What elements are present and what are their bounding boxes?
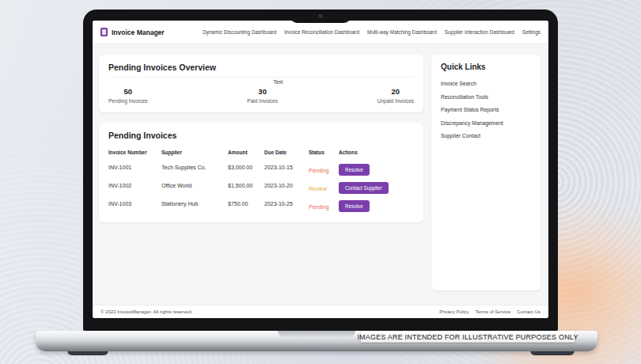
stat-label: Unpaid Invoices bbox=[377, 98, 414, 104]
column-header-actions: Actions bbox=[339, 150, 414, 155]
main-nav: Dynamic Discounting Dashboard Invoice Re… bbox=[203, 29, 540, 35]
nav-item-multi-way-matching[interactable]: Multi-way Matching Dashboard bbox=[367, 29, 437, 35]
table-header-row: Invoice Number Supplier Amount Due Date … bbox=[108, 146, 414, 158]
quick-link-reconciliation-tools[interactable]: Reconciliation Tools bbox=[441, 94, 531, 100]
footer-link-contact-us[interactable]: Contact Us bbox=[517, 309, 540, 314]
resolve-button[interactable]: Resolve bbox=[339, 200, 370, 212]
laptop-notch bbox=[290, 9, 351, 23]
status-badge: Pending bbox=[309, 204, 339, 210]
cell-invoice-number: INV-1001 bbox=[108, 165, 161, 170]
table-row: INV-1001 Tech Supplies Co. $3,000.00 202… bbox=[108, 158, 414, 176]
stat-pending-invoices: 50 Pending Invoices bbox=[108, 87, 148, 104]
resolve-button[interactable]: Resolve bbox=[339, 164, 370, 176]
cell-due-date: 2023-10-20 bbox=[264, 183, 309, 188]
actions-cell: Resolve bbox=[339, 200, 414, 212]
nav-item-supplier-interaction[interactable]: Supplier Interaction Dashboard bbox=[445, 29, 514, 35]
column-header-amount: Amount bbox=[228, 150, 264, 155]
cell-amount: $750.00 bbox=[228, 201, 264, 207]
desktop-background: Invoice Manager Dynamic Discounting Dash… bbox=[0, 0, 641, 364]
stat-label: Paid Invoices bbox=[247, 98, 278, 104]
invoices-table: Invoice Number Supplier Amount Due Date … bbox=[108, 146, 414, 213]
footer-links: Privacy Policy Terms of Service Contact … bbox=[439, 309, 540, 314]
cell-due-date: 2023-10-15 bbox=[264, 165, 309, 170]
nav-item-dynamic-discounting[interactable]: Dynamic Discounting Dashboard bbox=[203, 29, 276, 35]
invoices-card: Pending Invoices Invoice Number Supplier… bbox=[99, 123, 423, 222]
stat-unpaid-invoices: 20 Unpaid Invoices bbox=[377, 87, 414, 104]
cell-supplier: Stationery Hub bbox=[161, 201, 228, 207]
quick-links-title: Quick Links bbox=[441, 63, 531, 71]
caption-text: IMAGES ARE INTENDED FOR ILLUSTRATIVE PUR… bbox=[357, 333, 578, 341]
cell-amount: $1,500.00 bbox=[228, 183, 264, 188]
main-column: Pending Invoices Overview Text 50 Pendin… bbox=[99, 55, 423, 290]
brand-name: Invoice Manager bbox=[112, 28, 165, 36]
copyright-text: © 2023 InvoiceManager. All rights reserv… bbox=[101, 309, 192, 314]
cell-due-date: 2023-10-25 bbox=[264, 201, 309, 207]
quick-link-payment-status-reports[interactable]: Payment Status Reports bbox=[441, 107, 531, 112]
cell-supplier: Office World bbox=[161, 183, 228, 188]
status-badge: Review bbox=[309, 186, 339, 191]
invoices-title: Pending Invoices bbox=[108, 131, 414, 140]
contact-supplier-button[interactable]: Contact Supplier bbox=[339, 182, 389, 194]
app-body: Pending Invoices Overview Text 50 Pendin… bbox=[93, 44, 548, 305]
brand[interactable]: Invoice Manager bbox=[101, 28, 165, 36]
cell-invoice-number: INV-1003 bbox=[108, 201, 161, 207]
stat-paid-invoices: 30 Paid Invoices bbox=[247, 87, 278, 104]
invoice-logo-icon bbox=[101, 28, 108, 36]
column-header-due-date: Due Date bbox=[264, 150, 309, 155]
table-row: INV-1003 Stationery Hub $750.00 2023-10-… bbox=[108, 195, 414, 213]
laptop-base-scoop bbox=[278, 331, 355, 338]
cell-supplier: Tech Supplies Co. bbox=[161, 165, 228, 170]
laptop-screen-bezel: Invoice Manager Dynamic Discounting Dash… bbox=[83, 9, 558, 331]
quick-link-invoice-search[interactable]: Invoice Search bbox=[441, 81, 531, 86]
quick-link-supplier-contact[interactable]: Supplier Contact bbox=[441, 133, 531, 138]
stat-value: 20 bbox=[377, 87, 414, 96]
overview-title: Pending Invoices Overview bbox=[108, 63, 414, 78]
column-header-invoice-number: Invoice Number bbox=[108, 150, 161, 155]
column-header-supplier: Supplier bbox=[161, 150, 228, 155]
status-badge: Pending bbox=[309, 168, 339, 173]
stat-value: 30 bbox=[247, 87, 278, 96]
nav-item-settings[interactable]: Settings bbox=[522, 29, 540, 35]
app-window: Invoice Manager Dynamic Discounting Dash… bbox=[93, 21, 548, 318]
quick-link-discrepancy-management[interactable]: Discrepancy Management bbox=[441, 120, 531, 126]
stats-row: Text 50 Pending Invoices 30 Paid Invoice… bbox=[108, 87, 414, 104]
column-header-status: Status bbox=[309, 150, 339, 155]
caption-bar: IMAGES ARE INTENDED FOR ILLUSTRATIVE PUR… bbox=[361, 331, 575, 343]
camera-icon bbox=[319, 14, 323, 18]
footer-link-privacy-policy[interactable]: Privacy Policy bbox=[439, 309, 468, 314]
app-header: Invoice Manager Dynamic Discounting Dash… bbox=[93, 21, 548, 44]
overview-card: Pending Invoices Overview Text 50 Pendin… bbox=[99, 55, 423, 112]
stat-value: 50 bbox=[108, 87, 148, 96]
table-row: INV-1002 Office World $1,500.00 2023-10-… bbox=[108, 176, 414, 195]
cell-invoice-number: INV-1002 bbox=[108, 183, 161, 188]
stat-label: Pending Invoices bbox=[108, 98, 148, 104]
quick-links-card: Quick Links Invoice Search Reconciliatio… bbox=[431, 55, 540, 290]
actions-cell: Contact Supplier bbox=[339, 182, 414, 194]
nav-item-invoice-reconciliation[interactable]: Invoice Reconciliation Dashboard bbox=[284, 29, 359, 35]
cell-amount: $3,000.00 bbox=[228, 165, 264, 170]
app-footer: © 2023 InvoiceManager. All rights reserv… bbox=[93, 305, 548, 318]
actions-cell: Resolve bbox=[339, 164, 414, 176]
stray-text-label: Text bbox=[273, 79, 283, 85]
footer-link-terms-of-service[interactable]: Terms of Service bbox=[476, 309, 511, 314]
